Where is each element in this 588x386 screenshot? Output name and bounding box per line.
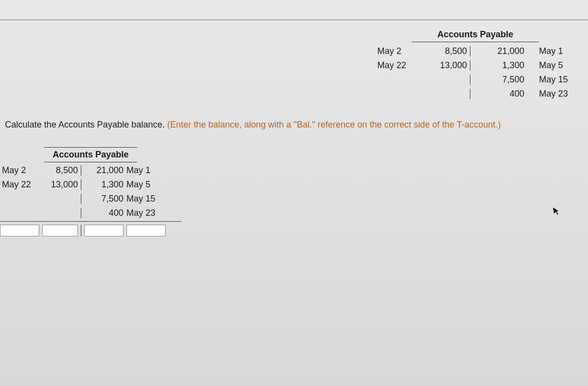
entry-credit-amount: 1,300 [84, 180, 123, 190]
entry-credit-date: May 23 [126, 208, 166, 218]
entry-debit-amount [42, 194, 81, 204]
reference-grid: May 2 8,500 21,000 May 1 May 22 13,000 1… [377, 46, 573, 99]
credit-amount-input[interactable] [84, 225, 123, 236]
entry-debit-date [0, 208, 39, 218]
entry-debit-amount: 13,000 [42, 180, 81, 190]
entry-debit-amount [42, 208, 81, 218]
ref-credit-amount: 1,300 [480, 60, 524, 71]
entry-title: Accounts Payable [44, 147, 137, 162]
ref-credit-amount: 400 [480, 89, 524, 99]
ref-debit-date [377, 75, 416, 85]
entry-credit-date: May 5 [126, 180, 166, 190]
ref-debit-date [377, 89, 416, 99]
ref-credit-amount: 7,500 [480, 75, 524, 85]
instruction-text: Calculate the Accounts Payable balance. … [0, 118, 588, 132]
instruction-main: Calculate the Accounts Payable balance. [5, 120, 167, 129]
entry-credit-amount: 400 [84, 208, 123, 218]
ref-debit-date: May 2 [377, 46, 416, 56]
entry-debit-amount: 8,500 [42, 165, 81, 176]
debit-amount-input[interactable] [42, 225, 78, 236]
debit-date-input[interactable] [0, 225, 39, 236]
entry-credit-date: May 1 [126, 165, 166, 176]
ref-debit-amount: 13,000 [426, 60, 470, 71]
ref-credit-amount: 21,000 [480, 46, 524, 56]
entry-debit-date [0, 194, 39, 204]
entry-debit-date: May 22 [0, 180, 39, 190]
entry-credit-amount: 21,000 [84, 165, 123, 176]
entry-credit-date: May 15 [126, 194, 166, 204]
ref-debit-amount [426, 75, 470, 85]
ref-debit-amount [426, 89, 470, 99]
instruction-hint: (Enter the balance, along with a "Bal." … [167, 120, 501, 129]
reference-t-account: Accounts Payable May 2 8,500 21,000 May … [377, 29, 573, 99]
entry-grid: May 2 8,500 21,000 May 1 May 22 13,000 1… [0, 165, 181, 218]
ref-credit-date: May 15 [534, 75, 573, 85]
entry-debit-date: May 2 [0, 165, 39, 176]
credit-date-input[interactable] [126, 225, 166, 236]
ref-credit-date: May 5 [534, 60, 573, 71]
divider [0, 20, 588, 20]
ref-debit-date: May 22 [377, 60, 416, 71]
reference-title: Accounts Payable [412, 29, 539, 42]
ref-credit-date: May 1 [534, 46, 573, 56]
ref-debit-amount: 8,500 [426, 46, 470, 56]
entry-t-account: Accounts Payable May 2 8,500 21,000 May … [0, 147, 181, 236]
cursor-icon [552, 206, 562, 219]
ref-credit-date: May 23 [534, 89, 573, 99]
entry-credit-amount: 7,500 [84, 194, 123, 204]
entry-input-row [0, 221, 181, 236]
